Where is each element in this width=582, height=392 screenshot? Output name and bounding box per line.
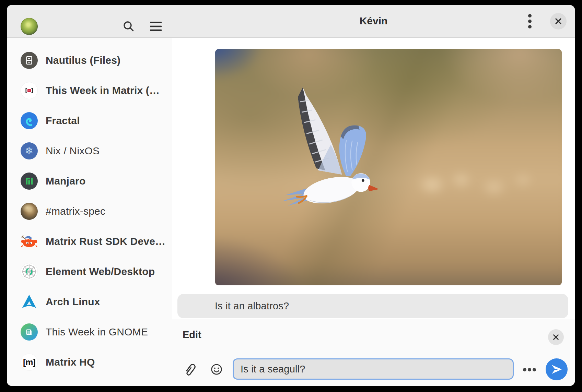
room-label: Element Web/Desktop: [46, 266, 155, 277]
more-options-button[interactable]: [523, 368, 536, 372]
message-bubble[interactable]: Is it an albatros?: [177, 294, 568, 318]
room-menu-button[interactable]: [528, 14, 532, 29]
send-button[interactable]: [546, 358, 568, 380]
search-button[interactable]: [123, 20, 135, 33]
room-label: This Week in Matrix (…: [46, 85, 160, 96]
close-icon: [555, 17, 562, 25]
room-item-twim[interactable]: This Week in Matrix (…: [7, 75, 172, 106]
room-item-element[interactable]: Element Web/Desktop: [7, 257, 172, 287]
matrix-brackets-icon: [m]: [21, 354, 38, 371]
account-avatar[interactable]: [21, 18, 38, 35]
room-item-matrix-spec[interactable]: #matrix-spec: [7, 196, 172, 226]
arch-linux-icon: [21, 293, 38, 310]
room-label: Matrix Rust SDK Deve…: [46, 236, 165, 247]
room-label: Fractal: [46, 115, 80, 127]
room-label: Nautilus (Files): [46, 55, 120, 66]
room-item-nautilus[interactable]: Nautilus (Files): [7, 45, 172, 75]
page-title: Kévin: [172, 15, 575, 27]
room-label: Arch Linux: [46, 296, 100, 308]
room-label: This Week in GNOME: [46, 326, 148, 338]
photo-avatar: [21, 203, 38, 220]
fractal-app-window: Nautilus (Files) This Week in Matrix (… …: [7, 5, 575, 386]
sidebar-header: [7, 5, 172, 38]
twig-newspaper-icon: [21, 323, 38, 341]
element-web-icon: [21, 263, 38, 280]
room-label: Manjaro: [46, 175, 85, 187]
more-dots-icon: [523, 368, 536, 373]
photo-message-seagull[interactable]: [215, 49, 562, 285]
emoji-button[interactable]: [211, 364, 222, 375]
desktop: { "window": { "main_header": { "title": …: [0, 0, 582, 392]
twim-logo-icon: [21, 82, 38, 99]
room-label: Nix / NixOS: [46, 145, 100, 157]
file-cabinet-icon: [21, 52, 38, 69]
composer: Edit: [172, 320, 575, 386]
sidebar: Nautilus (Files) This Week in Matrix (… …: [7, 5, 172, 386]
ferris-crab-icon: [21, 233, 38, 250]
message-history: Is it an albatros?: [172, 38, 575, 320]
message-text: Is it an albatros?: [177, 300, 289, 312]
attach-file-button[interactable]: [183, 363, 196, 376]
chat-panel: Kévin: [172, 5, 575, 386]
main-menu-button[interactable]: [150, 21, 162, 32]
room-item-rust-sdk[interactable]: Matrix Rust SDK Deve…: [7, 226, 172, 257]
manjaro-logo-icon: [21, 173, 38, 190]
room-item-matrix-hq[interactable]: [m] Matrix HQ: [7, 347, 172, 377]
fractal-swirl-icon: [21, 112, 38, 129]
hamburger-menu-icon: [150, 27, 162, 33]
room-item-twig[interactable]: This Week in GNOME: [7, 317, 172, 347]
seagull-image: [266, 84, 380, 207]
room-item-arch[interactable]: Arch Linux: [7, 287, 172, 317]
chat-header: Kévin: [172, 5, 575, 38]
nix-snowflake-icon: ❄: [21, 142, 38, 159]
room-item-fractal[interactable]: Fractal: [7, 106, 172, 136]
emoji-icon: [211, 371, 222, 376]
send-plane-icon: [551, 365, 562, 374]
paperclip-icon: [183, 372, 196, 377]
room-label: Matrix HQ: [46, 356, 95, 368]
cancel-edit-button[interactable]: [548, 329, 564, 345]
room-list: Nautilus (Files) This Week in Matrix (… …: [7, 38, 172, 386]
edit-mode-label: Edit: [183, 329, 201, 341]
search-icon: [123, 28, 135, 34]
room-item-manjaro[interactable]: Manjaro: [7, 166, 172, 196]
message-edit-input[interactable]: [233, 358, 514, 380]
room-label: #matrix-spec: [46, 205, 105, 217]
room-item-nixos[interactable]: ❄ Nix / NixOS: [7, 136, 172, 166]
close-icon: [552, 334, 559, 341]
window-close-button[interactable]: [550, 13, 567, 29]
kebab-menu-icon: [528, 25, 532, 30]
